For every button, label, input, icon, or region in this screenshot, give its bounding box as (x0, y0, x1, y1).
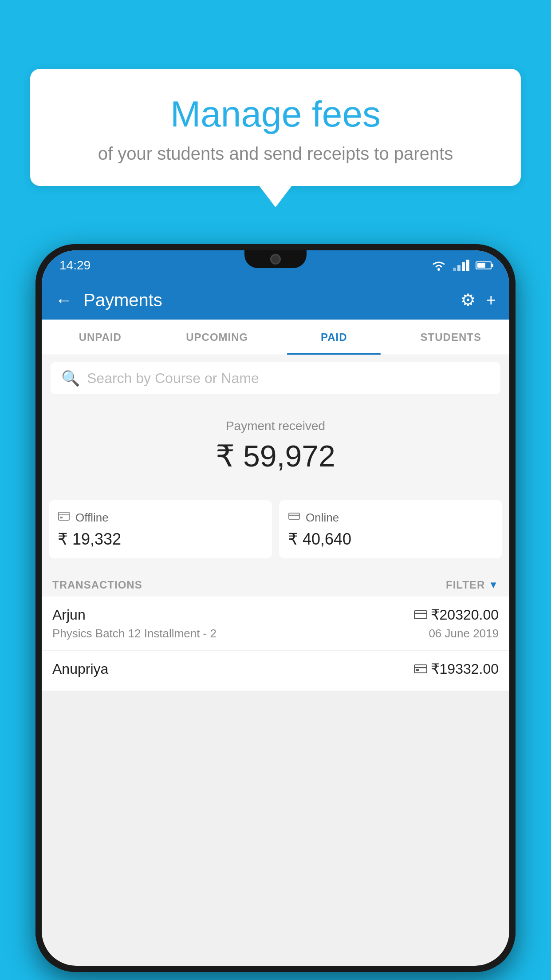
speech-bubble: Manage fees of your students and send re… (30, 69, 521, 186)
payment-received-label: Payment received (51, 419, 500, 433)
offline-card-header: Offline (58, 510, 263, 526)
wifi-icon (431, 260, 447, 271)
svg-rect-1 (59, 512, 69, 520)
power-button (510, 355, 516, 382)
search-icon: 🔍 (61, 369, 80, 387)
speech-bubble-heading: Manage fees (57, 93, 494, 135)
online-icon (288, 510, 300, 526)
back-button[interactable]: ← (55, 290, 73, 310)
transaction-amount-2: ₹19332.00 (414, 660, 499, 677)
offline-label: Offline (75, 511, 109, 525)
svg-rect-3 (60, 517, 63, 518)
svg-point-0 (437, 268, 440, 271)
payment-cards: Offline ₹ 19,332 Online ₹ 4 (42, 500, 509, 572)
offline-icon (58, 510, 70, 526)
speech-bubble-subtext: of your students and send receipts to pa… (57, 144, 494, 164)
tab-unpaid[interactable]: UNPAID (42, 320, 159, 355)
offline-payment-card: Offline ₹ 19,332 (49, 500, 272, 558)
tab-students[interactable]: STUDENTS (393, 320, 510, 355)
signal-icon (453, 260, 469, 271)
app-bar: ← Payments ⚙ + (42, 281, 509, 320)
transaction-date-1: 06 June 2019 (429, 627, 499, 640)
svg-rect-8 (414, 665, 427, 673)
svg-rect-4 (289, 513, 299, 519)
svg-rect-10 (416, 669, 419, 671)
tab-paid[interactable]: PAID (276, 320, 393, 355)
phone-screen: 14:29 (42, 250, 509, 966)
volume-button (35, 377, 41, 413)
power-button-2 (510, 395, 516, 448)
status-time: 14:29 (59, 258, 91, 273)
phone-notch (244, 250, 307, 268)
battery-icon (476, 261, 492, 269)
search-bar[interactable]: 🔍 Search by Course or Name (51, 362, 500, 394)
camera (270, 254, 281, 265)
status-icons (431, 260, 492, 271)
card-payment-icon-1 (414, 610, 427, 620)
settings-icon[interactable]: ⚙ (460, 290, 476, 310)
svg-rect-6 (414, 611, 427, 619)
phone-frame: 14:29 (35, 244, 516, 980)
payment-total-amount: ₹ 59,972 (51, 439, 500, 474)
filter-icon: ▼ (488, 579, 499, 591)
search-container: 🔍 Search by Course or Name (42, 355, 509, 401)
transaction-amount-1: ₹20320.00 (414, 606, 499, 623)
app-bar-icons: ⚙ + (460, 290, 496, 310)
transaction-row-2[interactable]: Anupriya ₹19332.00 (42, 651, 509, 691)
transactions-label: TRANSACTIONS (52, 579, 142, 591)
app-title: Payments (83, 290, 460, 310)
battery-fill (477, 263, 485, 268)
add-icon[interactable]: + (486, 291, 496, 310)
online-label: Online (306, 511, 339, 525)
transaction-row-1[interactable]: Arjun ₹20320.00 Physics Batch 12 Install… (42, 597, 509, 651)
student-name-2: Anupriya (52, 661, 108, 677)
transaction-top-2: Anupriya ₹19332.00 (52, 660, 499, 677)
search-placeholder: Search by Course or Name (87, 370, 259, 387)
offline-amount: ₹ 19,332 (58, 530, 263, 549)
filter-button[interactable]: FILTER ▼ (446, 579, 499, 591)
payment-summary: Payment received ₹ 59,972 (42, 401, 509, 500)
online-amount: ₹ 40,640 (288, 530, 493, 549)
transaction-top-1: Arjun ₹20320.00 (52, 606, 499, 623)
course-info-1: Physics Batch 12 Installment - 2 (52, 627, 216, 640)
transaction-bottom-1: Physics Batch 12 Installment - 2 06 June… (52, 627, 499, 640)
tabs-bar: UNPAID UPCOMING PAID STUDENTS (42, 320, 509, 355)
phone-body: 14:29 (35, 244, 516, 972)
tab-upcoming[interactable]: UPCOMING (159, 320, 276, 355)
student-name-1: Arjun (52, 607, 86, 623)
transactions-header: TRANSACTIONS FILTER ▼ (42, 572, 509, 597)
online-card-header: Online (288, 510, 493, 526)
offline-payment-icon-2 (414, 664, 427, 674)
online-payment-card: Online ₹ 40,640 (279, 500, 502, 558)
